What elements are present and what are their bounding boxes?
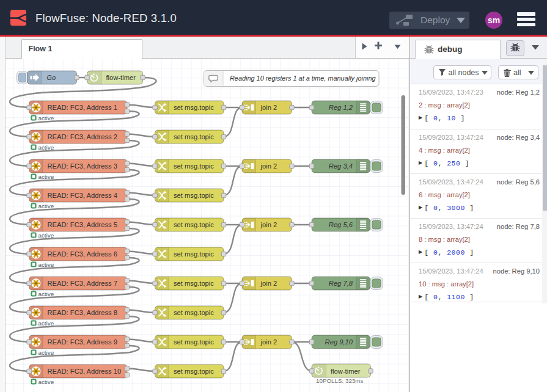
svg-text:READ: FC3, Address 2: READ: FC3, Address 2 — [48, 133, 117, 140]
svg-text:READ: FC3, Address 3: READ: FC3, Address 3 — [48, 162, 117, 170]
svg-text:Reg 9,10: Reg 9,10 — [325, 338, 353, 346]
svg-text:set msg.topic: set msg.topic — [174, 309, 214, 316]
svg-text:active: active — [39, 203, 54, 209]
svg-text:READ: FC3, Address 5: READ: FC3, Address 5 — [48, 221, 117, 228]
svg-text:set msg.topic: set msg.topic — [174, 368, 214, 375]
svg-text:set msg.topic: set msg.topic — [174, 133, 214, 140]
svg-text:READ: FC3, Address 4: READ: FC3, Address 4 — [48, 192, 117, 199]
svg-text:set msg.topic: set msg.topic — [174, 221, 214, 228]
svg-text:READ: FC3, Address 6: READ: FC3, Address 6 — [48, 250, 117, 258]
svg-text:join 2: join 2 — [260, 162, 277, 170]
svg-text:active: active — [39, 115, 54, 122]
svg-text:join 2: join 2 — [260, 221, 277, 228]
svg-text:active: active — [39, 261, 54, 268]
svg-text:READ: FC3, Address 7: READ: FC3, Address 7 — [48, 280, 117, 287]
svg-text:join 2: join 2 — [260, 338, 277, 346]
svg-text:Reg 3,4: Reg 3,4 — [329, 162, 353, 170]
svg-text:10POLLS: 323ms: 10POLLS: 323ms — [316, 377, 363, 383]
svg-text:join 2: join 2 — [260, 280, 277, 287]
svg-text:set msg.topic: set msg.topic — [174, 250, 214, 258]
svg-text:Reading 10 registers 1 at a ti: Reading 10 registers 1 at a time, manual… — [230, 74, 376, 82]
svg-text:set msg.topic: set msg.topic — [174, 104, 214, 111]
svg-text:active: active — [39, 349, 54, 356]
svg-text:flow-timer: flow-timer — [106, 74, 136, 81]
svg-text:join 2: join 2 — [260, 104, 277, 111]
svg-text:flow-timer: flow-timer — [331, 367, 361, 374]
svg-text:set msg.topic: set msg.topic — [174, 192, 214, 199]
svg-text:READ: FC3, Address 9: READ: FC3, Address 9 — [48, 338, 117, 346]
svg-text:READ: FC3, Address 8: READ: FC3, Address 8 — [48, 309, 117, 316]
svg-text:Reg 7,8: Reg 7,8 — [329, 280, 353, 287]
svg-text:active: active — [39, 144, 54, 151]
svg-text:active: active — [39, 173, 54, 180]
svg-text:set msg.topic: set msg.topic — [174, 338, 214, 346]
svg-text:active: active — [39, 232, 54, 239]
svg-text:Go: Go — [47, 74, 56, 81]
svg-text:active: active — [39, 291, 54, 297]
svg-text:READ: FC3, Address 1: READ: FC3, Address 1 — [48, 104, 117, 111]
svg-text:set msg.topic: set msg.topic — [174, 162, 214, 170]
svg-text:READ: FC3, Address 10: READ: FC3, Address 10 — [48, 368, 122, 375]
svg-text:set msg.topic: set msg.topic — [174, 280, 214, 287]
svg-text:active: active — [39, 320, 54, 327]
svg-text:Reg 5,6: Reg 5,6 — [329, 221, 353, 228]
svg-text:active: active — [39, 379, 54, 385]
svg-text:Reg 1,2: Reg 1,2 — [329, 104, 353, 111]
